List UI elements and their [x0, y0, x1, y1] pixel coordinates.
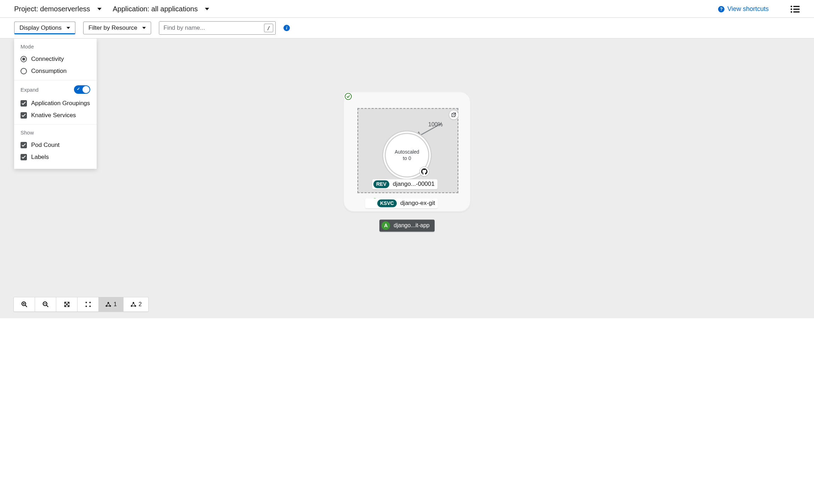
revision-name: django...-00001 — [393, 181, 435, 188]
canvas-controls: 1 2 — [13, 297, 149, 312]
topology-layout-icon — [130, 301, 137, 308]
svg-point-2 — [791, 8, 792, 10]
project-selector[interactable]: Project: demoserverless — [14, 5, 102, 13]
zoom-in-icon — [21, 301, 28, 308]
mode-option-label: Connectivity — [31, 56, 64, 63]
find-by-name-input[interactable] — [159, 22, 264, 34]
expand-item-label: Application Groupings — [31, 100, 90, 107]
open-url-decorator[interactable] — [449, 110, 459, 120]
pod-status-text: Autoscaled to 0 — [395, 149, 419, 161]
reset-view-button[interactable] — [78, 297, 99, 311]
svg-point-7 — [345, 93, 351, 99]
svg-line-9 — [25, 305, 27, 307]
expand-toggle[interactable] — [74, 85, 90, 94]
layout1-count: 1 — [114, 301, 117, 308]
mode-option-consumption[interactable]: Consumption — [21, 65, 90, 77]
caret-down-icon — [67, 27, 70, 29]
expand-icon — [85, 301, 91, 308]
ksvc-name: django-ex-git — [400, 200, 435, 207]
ksvc-badge: KSVC — [377, 199, 397, 207]
traffic-percent-label: 100% — [428, 121, 443, 128]
svg-rect-16 — [89, 302, 91, 303]
svg-rect-17 — [85, 306, 87, 307]
mode-option-label: Consumption — [31, 68, 67, 75]
show-item-label: Labels — [31, 154, 49, 161]
find-by-name-wrap: / — [159, 21, 276, 35]
source-decorator[interactable] — [419, 166, 429, 176]
view-shortcuts-link[interactable]: ? View shortcuts — [718, 5, 769, 13]
expand-heading: Expand — [21, 87, 39, 93]
application-label[interactable]: A django...it-app — [379, 219, 434, 231]
checkbox-icon — [21, 100, 27, 107]
github-icon — [421, 168, 428, 174]
status-decorator — [344, 92, 352, 101]
revision-label[interactable]: REV django...-00001 — [372, 179, 437, 189]
find-shortcut-hint: / — [264, 24, 273, 32]
external-link-icon — [451, 112, 456, 117]
display-options-panel: Mode Connectivity Consumption Expand App… — [14, 39, 97, 169]
info-icon[interactable]: i — [283, 25, 290, 31]
help-icon: ? — [718, 6, 724, 12]
revision-badge: REV — [373, 180, 389, 188]
caret-down-icon — [142, 27, 146, 29]
expand-arrows-icon — [64, 301, 70, 308]
caret-down-icon — [97, 8, 102, 10]
zoom-in-button[interactable] — [14, 297, 35, 311]
application-group: 100% Autoscaled to 0 — [343, 91, 471, 231]
application-selector-label: Application: all applications — [113, 5, 198, 13]
view-shortcuts-label: View shortcuts — [727, 5, 769, 13]
show-item-label: Pod Count — [31, 142, 59, 149]
show-heading: Show — [21, 130, 90, 136]
zoom-out-icon — [42, 301, 49, 308]
checkbox-icon — [21, 142, 27, 148]
svg-point-4 — [791, 11, 792, 12]
check-circle-icon — [345, 93, 352, 100]
expand-item-label: Knative Services — [31, 112, 76, 119]
zoom-out-button[interactable] — [35, 297, 56, 311]
list-view-icon[interactable] — [790, 5, 800, 13]
project-selector-label: Project: demoserverless — [14, 5, 90, 13]
svg-rect-5 — [793, 11, 800, 12]
caret-down-icon — [205, 8, 209, 10]
filter-label: Filter by Resource — [88, 24, 137, 31]
radio-icon — [21, 56, 27, 62]
mode-heading: Mode — [21, 44, 90, 50]
project-bar: Project: demoserverless Application: all… — [0, 0, 814, 18]
svg-rect-18 — [89, 306, 91, 307]
svg-rect-15 — [85, 302, 87, 303]
svg-line-13 — [46, 305, 48, 307]
layout-option-2[interactable]: 2 — [124, 297, 148, 311]
display-options-button[interactable]: Display Options — [14, 22, 75, 34]
topology-layout-icon — [105, 301, 111, 308]
application-name: django...it-app — [394, 222, 429, 229]
ksvc-label[interactable]: KSVC django-ex-git — [365, 198, 438, 208]
topology-canvas[interactable]: Mode Connectivity Consumption Expand App… — [0, 39, 814, 318]
layout2-count: 2 — [139, 301, 142, 308]
topology-toolbar: Display Options Filter by Resource / i — [0, 18, 814, 39]
display-options-label: Display Options — [19, 24, 62, 31]
expand-application-groupings[interactable]: Application Groupings — [21, 97, 90, 109]
expand-knative-services[interactable]: Knative Services — [21, 109, 90, 121]
application-badge: A — [382, 221, 390, 230]
knative-service-group[interactable]: 100% Autoscaled to 0 — [343, 91, 471, 212]
show-labels[interactable]: Labels — [21, 151, 90, 163]
fit-to-screen-button[interactable] — [56, 297, 78, 311]
show-pod-count[interactable]: Pod Count — [21, 139, 90, 151]
mode-option-connectivity[interactable]: Connectivity — [21, 53, 90, 65]
layout-option-1[interactable]: 1 — [99, 297, 124, 311]
checkbox-icon — [21, 154, 27, 160]
radio-icon — [21, 68, 27, 74]
svg-rect-1 — [793, 6, 800, 7]
svg-rect-3 — [793, 8, 800, 10]
checkbox-icon — [21, 112, 27, 119]
application-selector[interactable]: Application: all applications — [113, 5, 209, 13]
filter-by-resource-button[interactable]: Filter by Resource — [83, 22, 151, 34]
svg-point-0 — [791, 6, 792, 7]
